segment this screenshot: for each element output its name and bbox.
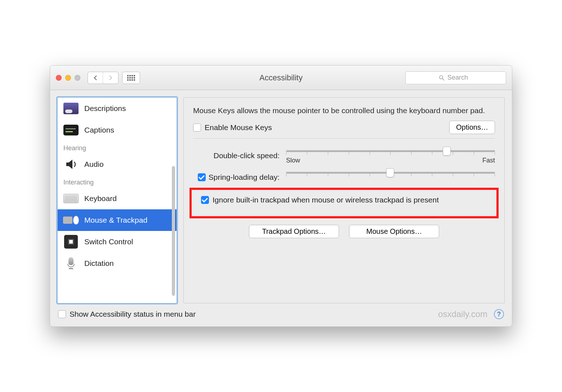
audio-icon (63, 157, 79, 171)
show-all-button[interactable] (122, 72, 140, 84)
show-status-label: Show Accessibility status in menu bar (70, 310, 196, 318)
titlebar: Accessibility (50, 66, 512, 90)
sidebar-item-label: Switch Control (84, 237, 133, 246)
close-window-button[interactable] (56, 75, 62, 81)
double-click-speed-row: Double-click speed: Slow Fast (193, 147, 495, 165)
zoom-window-button[interactable] (75, 75, 80, 81)
sidebar-section-interacting: Interacting (58, 175, 177, 188)
sidebar-item-switch-control[interactable]: Switch Control (58, 231, 177, 253)
settings-panel: Mouse Keys allows the mouse pointer to b… (183, 97, 505, 303)
slider-min-label: Slow (286, 157, 300, 164)
spring-loading-delay-row: Spring-loading delay: (193, 168, 495, 186)
back-button[interactable] (88, 72, 103, 84)
svg-line-1 (442, 79, 444, 80)
sidebar-section-hearing: Hearing (58, 141, 177, 153)
preferences-window: Accessibility Descriptions Captions Hear… (50, 65, 512, 327)
ignore-trackpad-highlight: Ignore built-in trackpad when mouse or w… (189, 188, 499, 218)
sidebar-item-captions[interactable]: Captions (58, 119, 177, 141)
category-sidebar[interactable]: Descriptions Captions Hearing Audio Inte… (57, 97, 177, 303)
show-status-checkbox[interactable] (58, 310, 66, 318)
mouse-options-button[interactable]: Mouse Options… (349, 225, 439, 238)
mouse-trackpad-icon (63, 213, 79, 227)
sidebar-scrollbar[interactable] (172, 166, 175, 296)
divider (193, 138, 495, 139)
captions-icon (63, 123, 79, 137)
dictation-icon (63, 257, 79, 270)
sidebar-item-descriptions[interactable]: Descriptions (58, 98, 177, 119)
keyboard-icon (63, 192, 79, 205)
ignore-trackpad-row: Ignore built-in trackpad when mouse or w… (195, 195, 493, 205)
mouse-keys-options-button[interactable]: Options… (449, 121, 495, 134)
spring-loading-label: Spring-loading delay: (209, 173, 280, 182)
search-icon (439, 75, 445, 81)
help-button[interactable]: ? (494, 309, 504, 319)
double-click-speed-label: Double-click speed: (193, 151, 280, 160)
ignore-trackpad-checkbox[interactable] (201, 196, 209, 204)
options-buttons-row: Trackpad Options… Mouse Options… (193, 225, 495, 238)
nav-back-forward (88, 72, 119, 84)
search-field[interactable] (405, 71, 506, 84)
minimize-window-button[interactable] (65, 75, 71, 81)
spring-loading-delay-slider[interactable] (286, 168, 495, 186)
sidebar-item-label: Keyboard (84, 194, 117, 203)
descriptions-icon (63, 102, 79, 115)
trackpad-options-button[interactable]: Trackpad Options… (249, 225, 339, 238)
sidebar-item-dictation[interactable]: Dictation (58, 253, 177, 274)
sidebar-item-label: Audio (84, 160, 104, 169)
enable-mouse-keys-checkbox[interactable] (193, 124, 201, 132)
ignore-trackpad-label: Ignore built-in trackpad when mouse or w… (213, 195, 439, 205)
enable-mouse-keys-row: Enable Mouse Keys Options… (193, 121, 495, 134)
search-input[interactable] (447, 74, 473, 81)
sidebar-container: Descriptions Captions Hearing Audio Inte… (57, 97, 177, 303)
watermark-text: osxdaily.com (438, 309, 487, 319)
svg-point-0 (440, 76, 443, 79)
footer: Show Accessibility status in menu bar os… (50, 306, 512, 326)
sidebar-item-label: Descriptions (84, 104, 126, 113)
slider-max-label: Fast (482, 157, 495, 164)
forward-button[interactable] (103, 72, 118, 84)
sidebar-item-label: Mouse & Trackpad (84, 216, 147, 224)
sidebar-item-keyboard[interactable]: Keyboard (58, 188, 177, 209)
double-click-speed-slider[interactable]: Slow Fast (286, 147, 495, 165)
enable-mouse-keys-label: Enable Mouse Keys (205, 123, 272, 132)
sidebar-item-audio[interactable]: Audio (58, 153, 177, 175)
sidebar-item-label: Dictation (84, 259, 114, 268)
sidebar-item-label: Captions (84, 126, 114, 134)
window-body: Descriptions Captions Hearing Audio Inte… (50, 90, 512, 306)
switch-control-icon (63, 235, 79, 249)
sidebar-item-mouse-trackpad[interactable]: Mouse & Trackpad (58, 209, 177, 231)
spring-loading-checkbox[interactable] (198, 173, 206, 181)
traffic-lights (56, 75, 80, 81)
mouse-keys-description: Mouse Keys allows the mouse pointer to b… (193, 106, 495, 116)
